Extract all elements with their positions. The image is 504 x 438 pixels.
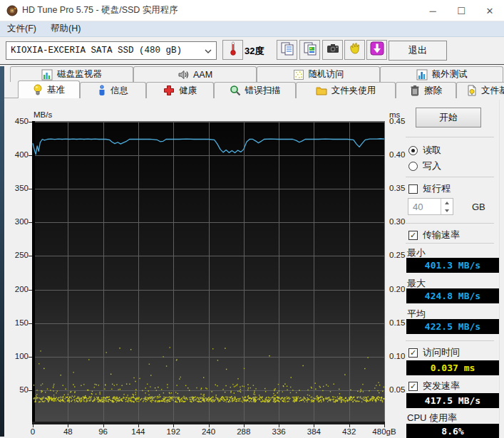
transfer-rate-option[interactable]: ✓ 传输速率	[408, 229, 460, 241]
transfer-rate-checkbox[interactable]: ✓	[408, 231, 418, 240]
write-label: 写入	[423, 160, 441, 172]
tab-extra-tests[interactable]: 额外测试	[380, 66, 503, 82]
drive-select[interactable]: KIOXIA-EXCERIA SATA SSD (480 gB)	[6, 41, 217, 60]
thermometer-icon	[230, 41, 237, 58]
axis-tickmark	[349, 424, 350, 427]
tab-disk-monitor[interactable]: 磁盘监视器	[10, 66, 133, 82]
burst-rate-option[interactable]: ✓ 突发速率	[408, 380, 460, 392]
read-label: 读取	[423, 144, 441, 157]
cpu-usage-label: CPU 使用率	[407, 412, 457, 424]
access-time-value: 0.037 ms	[406, 360, 499, 375]
app-icon	[6, 5, 18, 16]
exit-button[interactable]: 退出	[389, 41, 447, 61]
axis-tick-label: 450	[4, 117, 29, 125]
tab-info[interactable]: 信息	[80, 82, 146, 98]
axis-tick-label: 0	[16, 427, 50, 436]
axis-tick-label: 288	[227, 427, 261, 436]
desktop-background-sliver	[0, 66, 4, 437]
copy-text-button[interactable]	[277, 40, 297, 60]
panel-right-edge	[499, 100, 500, 437]
axis-tickmark	[138, 424, 139, 427]
health-icon	[163, 85, 175, 96]
download-arrow-icon	[370, 41, 384, 58]
close-button[interactable]: ✕	[475, 0, 504, 21]
tab-label: 文件基准	[481, 85, 504, 97]
short-stroke-size-spinner[interactable]: 40	[408, 198, 453, 215]
axis-tick-label: 50	[4, 385, 29, 394]
burst-rate-checkbox[interactable]: ✓	[408, 382, 418, 391]
access-time-option[interactable]: ✓ 访问时间	[408, 346, 460, 359]
hand-icon	[348, 41, 362, 58]
temperature-button[interactable]	[222, 40, 243, 60]
toolbar: KIOXIA-EXCERIA SATA SSD (480 gB) 32度 退出	[0, 37, 504, 65]
spinner-down-icon[interactable]	[441, 207, 453, 214]
tab-speaker[interactable]: AAM	[133, 66, 257, 82]
access-time-checkbox[interactable]: ✓	[408, 348, 418, 358]
speaker-icon	[178, 69, 189, 80]
axis-tickmark	[173, 424, 174, 427]
axis-tick-label: 384	[297, 427, 331, 436]
avg-value: 422.5 MB/s	[406, 319, 499, 334]
axis-tick-label: 96	[86, 427, 120, 436]
benchmark-panel: 开始 读取 写入 短行程 40 GB ✓ 传输速率 最小	[403, 100, 504, 438]
screenshot-button[interactable]	[322, 40, 343, 60]
tab-label: 健康	[179, 85, 197, 97]
axis-tick-label: MB/s	[34, 110, 52, 119]
burst-rate-value: 417.5 MB/s	[406, 393, 499, 408]
tab-label: 擦除	[424, 85, 442, 97]
tab-label: 额外测试	[432, 68, 468, 80]
tab-erase[interactable]: 擦除	[396, 82, 456, 98]
axis-tick-label: 192	[156, 427, 190, 436]
short-stroke-size-value: 40	[408, 199, 441, 214]
tab-benchmark-bulb[interactable]: 基准	[18, 80, 80, 98]
axis-tick-label: 432	[332, 427, 366, 436]
download-button[interactable]	[366, 40, 387, 60]
axis-tick-label: 400	[4, 150, 29, 159]
spinner-up-icon[interactable]	[441, 199, 453, 207]
read-option[interactable]: 读取	[408, 144, 441, 157]
maximize-button[interactable]: ☐	[447, 0, 475, 21]
tab-file-benchmark[interactable]: 文件基准	[456, 82, 504, 98]
axis-tick-label: 48	[51, 427, 85, 436]
benchmark-chart	[32, 121, 385, 424]
disk-monitor-icon	[41, 69, 53, 80]
chevron-down-icon	[200, 46, 216, 55]
titlebar: HD Tune Pro 5.75 - 硬盘/SSD 实用程序 ─ ☐ ✕	[0, 0, 504, 21]
short-stroke-option[interactable]: 短行程	[408, 182, 451, 195]
minimize-button[interactable]: ─	[418, 0, 447, 21]
benchmark-bulb-icon	[33, 84, 43, 95]
write-radio[interactable]	[408, 162, 418, 171]
axis-tickmark	[103, 424, 104, 427]
axis-tick-label: 200	[4, 285, 29, 293]
copy-image-button[interactable]	[299, 40, 320, 60]
save-results-button[interactable]	[344, 40, 365, 60]
tab-label: 磁盘监视器	[57, 68, 102, 80]
menu-help[interactable]: 帮助(H)	[43, 23, 88, 35]
tab-label: 随机访问	[309, 68, 344, 80]
axis-tickmark	[209, 424, 210, 427]
axis-tick-label: 150	[4, 318, 29, 327]
window-title: HD Tune Pro 5.75 - 硬盘/SSD 实用程序	[22, 4, 178, 16]
gb-unit-label: GB	[472, 202, 485, 212]
menu-file[interactable]: 文件(F)	[0, 23, 43, 35]
camera-icon	[326, 41, 340, 58]
erase-icon	[410, 85, 420, 96]
burst-rate-label: 突发速率	[423, 380, 460, 392]
write-option[interactable]: 写入	[408, 160, 441, 172]
axis-tick-label: 240	[192, 427, 226, 436]
tab-random-access[interactable]: 随机访问	[257, 66, 380, 82]
read-radio[interactable]	[408, 146, 418, 155]
axis-tick-label: 480gB	[367, 427, 401, 436]
axis-tick-label: 144	[121, 427, 155, 436]
axis-tickmark	[68, 424, 68, 427]
short-stroke-checkbox[interactable]	[408, 184, 418, 194]
start-button[interactable]: 开始	[416, 108, 481, 127]
file-benchmark-icon	[467, 85, 477, 96]
tab-label: 信息	[110, 85, 128, 97]
tab-error-scan[interactable]: 错误扫描	[214, 82, 296, 98]
tab-folder[interactable]: 文件夹使用	[296, 82, 396, 98]
tab-health[interactable]: 健康	[146, 82, 214, 98]
max-value: 424.8 MB/s	[406, 288, 499, 303]
temperature-value: 32度	[245, 45, 264, 58]
extra-tests-icon	[416, 69, 428, 80]
